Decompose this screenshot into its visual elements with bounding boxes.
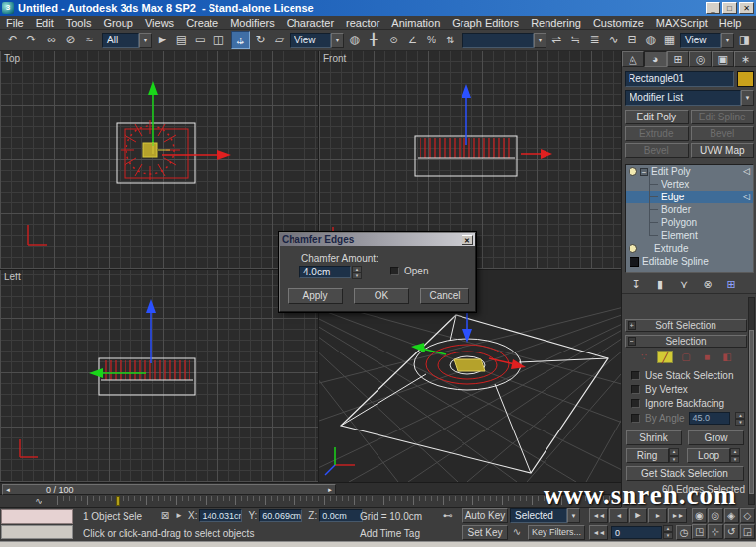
- stack-item-vertex[interactable]: Vertex: [626, 178, 753, 191]
- mirror-icon[interactable]: ⇌: [548, 32, 565, 48]
- viewport-top[interactable]: Top: [0, 51, 318, 269]
- dialog-title-bar[interactable]: Chamfer Edges ✕: [280, 233, 475, 246]
- menu-item-views[interactable]: Views: [139, 17, 180, 29]
- reference-coordinate-dropdown[interactable]: View ▼: [290, 33, 344, 48]
- chevron-down-icon[interactable]: ▼: [139, 33, 152, 48]
- chamfer-amount-field[interactable]: 4.0cm: [299, 266, 351, 278]
- close-button[interactable]: ✕: [739, 2, 754, 14]
- panel-scrollbar[interactable]: [748, 297, 755, 505]
- selection-lock-icon[interactable]: ⊠: [158, 509, 172, 523]
- make-unique-icon[interactable]: ⋎: [675, 277, 693, 292]
- chevron-down-icon[interactable]: ▼: [534, 33, 546, 48]
- previous-frame-icon[interactable]: ◄: [609, 508, 628, 523]
- menu-item-tools[interactable]: Tools: [60, 17, 98, 29]
- select-and-scale-icon[interactable]: ▱: [271, 32, 288, 48]
- z-coordinate-field[interactable]: 0.0cm: [319, 509, 363, 522]
- stack-item-edge[interactable]: Edge ◁: [626, 191, 753, 203]
- time-slider-handle[interactable]: ◄ 0 / 100 ►: [2, 484, 336, 495]
- tab-display-icon[interactable]: ▣: [712, 51, 734, 67]
- material-editor-icon[interactable]: ◍: [642, 32, 659, 48]
- menu-item-animation[interactable]: Animation: [385, 17, 446, 29]
- collapse-minus-icon[interactable]: −: [628, 337, 636, 346]
- zoom-extents-icon[interactable]: ◈: [724, 508, 739, 523]
- zoom-all-icon[interactable]: ◎: [708, 508, 722, 523]
- menu-item-rendering[interactable]: Rendering: [525, 17, 587, 29]
- next-frame-arrow-icon[interactable]: ►: [325, 487, 335, 493]
- maxscript-mini-listener-white[interactable]: [1, 525, 73, 539]
- chamfer-amount-spinner[interactable]: ▴▾: [352, 266, 362, 278]
- trackbar-marker[interactable]: [116, 496, 120, 506]
- zoom-extents-all-icon[interactable]: ◇: [740, 508, 755, 523]
- rectangular-selection-region-icon[interactable]: ▭: [192, 32, 209, 48]
- vertex-subobject-icon[interactable]: ∵: [636, 351, 652, 363]
- stack-item-edit-poly[interactable]: − Edit Poly ◁: [626, 165, 753, 178]
- maximize-button[interactable]: □: [722, 2, 737, 14]
- polygon-subobject-icon[interactable]: ■: [699, 351, 714, 363]
- chevron-down-icon[interactable]: ▼: [567, 508, 580, 523]
- edit-poly-button[interactable]: Edit Poly: [625, 110, 689, 124]
- stack-item-border[interactable]: Border: [626, 203, 753, 216]
- object-name-field[interactable]: Rectangle01: [625, 71, 734, 87]
- pan-icon[interactable]: ⊹: [708, 524, 722, 539]
- arc-rotate-icon[interactable]: ↺: [724, 524, 739, 539]
- bevel-button[interactable]: Bevel: [691, 126, 755, 141]
- viewport-label-top[interactable]: Top: [4, 53, 20, 64]
- menu-item-customize[interactable]: Customize: [587, 17, 650, 29]
- ok-button[interactable]: OK: [354, 288, 409, 304]
- uvw-map-button[interactable]: UVW Map: [691, 143, 755, 158]
- select-and-manipulate-icon[interactable]: ╋: [365, 32, 381, 48]
- named-selection-sets-dropdown[interactable]: ▼: [462, 33, 546, 48]
- visibility-bulb-icon[interactable]: [629, 167, 637, 176]
- render-type-dropdown[interactable]: View ▼: [680, 33, 734, 48]
- auto-key-button[interactable]: Auto Key: [462, 508, 508, 523]
- ignore-backfacing-checkbox[interactable]: [631, 399, 640, 408]
- select-by-name-icon[interactable]: ▤: [173, 32, 190, 48]
- edit-spline-button[interactable]: Edit Spline: [691, 110, 755, 124]
- angle-snap-icon[interactable]: ∠: [404, 32, 421, 48]
- use-pivot-point-icon[interactable]: ◍: [346, 32, 363, 48]
- menu-item-modifiers[interactable]: Modifiers: [224, 17, 281, 29]
- menu-item-create[interactable]: Create: [180, 17, 224, 29]
- x-coordinate-field[interactable]: 140.031cm: [199, 509, 242, 522]
- region-zoom-icon[interactable]: ◳: [692, 524, 707, 539]
- undo-icon[interactable]: ↶: [4, 32, 21, 48]
- schematic-view-icon[interactable]: ⊟: [624, 32, 640, 48]
- min-max-toggle-icon[interactable]: ◲: [740, 524, 755, 539]
- layer-manager-icon[interactable]: ≣: [586, 32, 603, 48]
- collapse-minus-icon[interactable]: −: [640, 168, 648, 176]
- next-frame-icon[interactable]: ►: [648, 508, 667, 523]
- loop-button[interactable]: Loop: [687, 448, 730, 463]
- time-slider[interactable]: ◄ 0 / 100 ►: [0, 482, 621, 495]
- viewport-label-front[interactable]: Front: [323, 53, 346, 64]
- selection-rollout[interactable]: − Selection: [625, 335, 747, 348]
- chevron-down-icon[interactable]: ▼: [331, 33, 344, 48]
- add-time-tag-text[interactable]: Add Time Tag: [360, 528, 420, 539]
- go-to-start-icon[interactable]: ◄◄: [589, 508, 608, 523]
- stack-item-polygon[interactable]: Polygon: [626, 216, 753, 229]
- shrink-button[interactable]: Shrink: [626, 430, 682, 445]
- close-icon[interactable]: ✕: [462, 235, 473, 245]
- menu-item-reactor[interactable]: reactor: [340, 17, 385, 29]
- mini-curve-editor-icon[interactable]: ∿: [26, 496, 51, 506]
- element-subobject-icon[interactable]: ◧: [719, 351, 735, 363]
- scrollbar-thumb[interactable]: [749, 330, 754, 494]
- by-angle-checkbox[interactable]: [631, 414, 640, 423]
- loop-spinner[interactable]: ▴▾: [730, 448, 740, 463]
- apply-button[interactable]: Apply: [288, 288, 343, 304]
- zoom-icon[interactable]: ◉: [692, 508, 707, 523]
- key-mode-toggle-icon[interactable]: ◄◄: [589, 525, 608, 540]
- menu-item-file[interactable]: File: [0, 17, 30, 29]
- by-angle-value-field[interactable]: 45.0: [689, 412, 730, 425]
- tab-motion-icon[interactable]: ◎: [689, 51, 712, 67]
- menu-item-help[interactable]: Help: [714, 17, 748, 29]
- go-to-end-icon[interactable]: ►►: [668, 508, 687, 523]
- time-configuration-icon[interactable]: ◷: [676, 525, 692, 540]
- viewport-label-left[interactable]: Left: [4, 272, 21, 282]
- current-frame-field[interactable]: 0: [611, 526, 662, 539]
- curve-editor-icon[interactable]: ∿: [605, 32, 622, 48]
- align-icon[interactable]: ≒: [567, 32, 584, 48]
- stack-item-element[interactable]: Element: [626, 229, 753, 242]
- configure-modifier-sets-icon[interactable]: ⊞: [722, 277, 740, 292]
- modifier-list-dropdown[interactable]: Modifier List ▼: [625, 90, 754, 106]
- set-key-button[interactable]: Set Key: [462, 525, 508, 540]
